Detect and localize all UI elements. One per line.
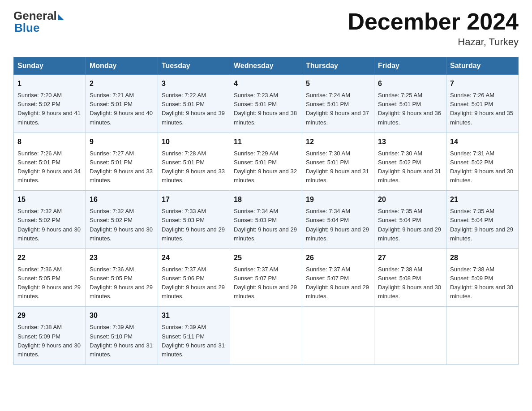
day-number: 7 [450, 78, 515, 89]
day-number: 22 [17, 253, 82, 263]
day-number: 15 [17, 194, 82, 205]
day-info: Sunrise: 7:20 AMSunset: 5:02 PMDaylight:… [17, 92, 81, 125]
day-info: Sunrise: 7:38 AMSunset: 5:09 PMDaylight:… [17, 324, 81, 357]
calendar-table: Sunday Monday Tuesday Wednesday Thursday… [13, 57, 519, 365]
day-number: 2 [90, 78, 154, 89]
day-info: Sunrise: 7:39 AMSunset: 5:11 PMDaylight:… [162, 324, 225, 357]
day-info: Sunrise: 7:32 AMSunset: 5:02 PMDaylight:… [90, 208, 153, 241]
day-number: 21 [450, 194, 515, 205]
table-row: 10 Sunrise: 7:28 AMSunset: 5:01 PMDaylig… [158, 133, 230, 191]
table-row: 18 Sunrise: 7:34 AMSunset: 5:03 PMDaylig… [230, 191, 302, 249]
logo-arrow-icon [58, 14, 64, 20]
day-number: 13 [378, 137, 442, 147]
calendar-week-row: 15 Sunrise: 7:32 AMSunset: 5:02 PMDaylig… [14, 191, 519, 249]
table-row: 12 Sunrise: 7:30 AMSunset: 5:01 PMDaylig… [302, 133, 374, 191]
day-number: 18 [234, 194, 298, 205]
table-row: 4 Sunrise: 7:23 AMSunset: 5:01 PMDayligh… [230, 75, 302, 133]
day-info: Sunrise: 7:26 AMSunset: 5:01 PMDaylight:… [450, 92, 513, 125]
day-info: Sunrise: 7:28 AMSunset: 5:01 PMDaylight:… [162, 150, 225, 184]
day-info: Sunrise: 7:30 AMSunset: 5:01 PMDaylight:… [306, 150, 369, 184]
location-label: Hazar, Turkey [348, 36, 519, 48]
table-row: 13 Sunrise: 7:30 AMSunset: 5:02 PMDaylig… [374, 133, 446, 191]
day-number: 10 [162, 137, 226, 147]
day-number: 20 [378, 194, 442, 205]
day-number: 9 [90, 137, 154, 147]
table-row: 29 Sunrise: 7:38 AMSunset: 5:09 PMDaylig… [14, 307, 86, 365]
col-sunday: Sunday [14, 57, 86, 75]
table-row: 28 Sunrise: 7:38 AMSunset: 5:09 PMDaylig… [446, 248, 519, 307]
day-info: Sunrise: 7:31 AMSunset: 5:02 PMDaylight:… [450, 150, 513, 184]
table-row: 23 Sunrise: 7:36 AMSunset: 5:05 PMDaylig… [86, 248, 158, 307]
day-number: 6 [378, 78, 442, 89]
day-info: Sunrise: 7:29 AMSunset: 5:01 PMDaylight:… [234, 150, 297, 184]
table-row: 11 Sunrise: 7:29 AMSunset: 5:01 PMDaylig… [230, 133, 302, 191]
day-number: 16 [90, 194, 154, 205]
page-header: General Blue December 2024 Hazar, Turkey [13, 9, 519, 48]
day-number: 8 [17, 137, 82, 147]
day-info: Sunrise: 7:38 AMSunset: 5:08 PMDaylight:… [378, 266, 441, 300]
day-number: 30 [90, 310, 154, 321]
table-row: 22 Sunrise: 7:36 AMSunset: 5:05 PMDaylig… [14, 248, 86, 307]
table-row: 26 Sunrise: 7:37 AMSunset: 5:07 PMDaylig… [302, 248, 374, 307]
table-row: 9 Sunrise: 7:27 AMSunset: 5:01 PMDayligh… [86, 133, 158, 191]
day-info: Sunrise: 7:25 AMSunset: 5:01 PMDaylight:… [378, 92, 441, 125]
day-info: Sunrise: 7:38 AMSunset: 5:09 PMDaylight:… [450, 266, 513, 300]
day-number: 27 [378, 253, 442, 263]
day-info: Sunrise: 7:23 AMSunset: 5:01 PMDaylight:… [234, 92, 297, 125]
col-monday: Monday [86, 57, 158, 75]
table-row: 27 Sunrise: 7:38 AMSunset: 5:08 PMDaylig… [374, 248, 446, 307]
table-row: 15 Sunrise: 7:32 AMSunset: 5:02 PMDaylig… [14, 191, 86, 249]
day-info: Sunrise: 7:21 AMSunset: 5:01 PMDaylight:… [90, 92, 153, 125]
month-title: December 2024 [348, 9, 519, 34]
col-saturday: Saturday [446, 57, 519, 75]
day-info: Sunrise: 7:34 AMSunset: 5:03 PMDaylight:… [234, 208, 297, 241]
logo: General Blue [13, 9, 64, 35]
table-row: 2 Sunrise: 7:21 AMSunset: 5:01 PMDayligh… [86, 75, 158, 133]
table-row: 3 Sunrise: 7:22 AMSunset: 5:01 PMDayligh… [158, 75, 230, 133]
calendar-week-row: 29 Sunrise: 7:38 AMSunset: 5:09 PMDaylig… [14, 307, 519, 365]
table-row [230, 307, 302, 365]
day-number: 14 [450, 137, 515, 147]
day-number: 1 [17, 78, 82, 89]
day-info: Sunrise: 7:26 AMSunset: 5:01 PMDaylight:… [17, 150, 81, 184]
table-row: 16 Sunrise: 7:32 AMSunset: 5:02 PMDaylig… [86, 191, 158, 249]
day-info: Sunrise: 7:37 AMSunset: 5:07 PMDaylight:… [306, 266, 369, 300]
day-info: Sunrise: 7:37 AMSunset: 5:07 PMDaylight:… [234, 266, 297, 300]
table-row: 30 Sunrise: 7:39 AMSunset: 5:10 PMDaylig… [86, 307, 158, 365]
table-row: 14 Sunrise: 7:31 AMSunset: 5:02 PMDaylig… [446, 133, 519, 191]
table-row: 20 Sunrise: 7:35 AMSunset: 5:04 PMDaylig… [374, 191, 446, 249]
day-number: 26 [306, 253, 370, 263]
day-info: Sunrise: 7:34 AMSunset: 5:04 PMDaylight:… [306, 208, 369, 241]
table-row: 24 Sunrise: 7:37 AMSunset: 5:06 PMDaylig… [158, 248, 230, 307]
day-number: 17 [162, 194, 226, 205]
day-number: 3 [162, 78, 226, 89]
table-row [446, 307, 519, 365]
day-info: Sunrise: 7:27 AMSunset: 5:01 PMDaylight:… [90, 150, 153, 184]
day-number: 19 [306, 194, 370, 205]
calendar-week-row: 1 Sunrise: 7:20 AMSunset: 5:02 PMDayligh… [14, 75, 519, 133]
day-number: 24 [162, 253, 226, 263]
title-block: December 2024 Hazar, Turkey [348, 9, 519, 48]
day-number: 29 [17, 310, 82, 321]
day-number: 12 [306, 137, 370, 147]
col-thursday: Thursday [302, 57, 374, 75]
table-row: 5 Sunrise: 7:24 AMSunset: 5:01 PMDayligh… [302, 75, 374, 133]
day-info: Sunrise: 7:32 AMSunset: 5:02 PMDaylight:… [17, 208, 81, 241]
day-info: Sunrise: 7:35 AMSunset: 5:04 PMDaylight:… [378, 208, 441, 241]
col-friday: Friday [374, 57, 446, 75]
col-wednesday: Wednesday [230, 57, 302, 75]
day-number: 31 [162, 310, 226, 321]
day-info: Sunrise: 7:30 AMSunset: 5:02 PMDaylight:… [378, 150, 441, 184]
day-info: Sunrise: 7:33 AMSunset: 5:03 PMDaylight:… [162, 208, 225, 241]
calendar-week-row: 8 Sunrise: 7:26 AMSunset: 5:01 PMDayligh… [14, 133, 519, 191]
table-row: 6 Sunrise: 7:25 AMSunset: 5:01 PMDayligh… [374, 75, 446, 133]
table-row [374, 307, 446, 365]
table-row: 1 Sunrise: 7:20 AMSunset: 5:02 PMDayligh… [14, 75, 86, 133]
table-row: 19 Sunrise: 7:34 AMSunset: 5:04 PMDaylig… [302, 191, 374, 249]
day-number: 4 [234, 78, 298, 89]
day-info: Sunrise: 7:36 AMSunset: 5:05 PMDaylight:… [90, 266, 153, 300]
table-row: 17 Sunrise: 7:33 AMSunset: 5:03 PMDaylig… [158, 191, 230, 249]
table-row: 21 Sunrise: 7:35 AMSunset: 5:04 PMDaylig… [446, 191, 519, 249]
day-number: 25 [234, 253, 298, 263]
logo-blue-text: Blue [13, 21, 39, 35]
